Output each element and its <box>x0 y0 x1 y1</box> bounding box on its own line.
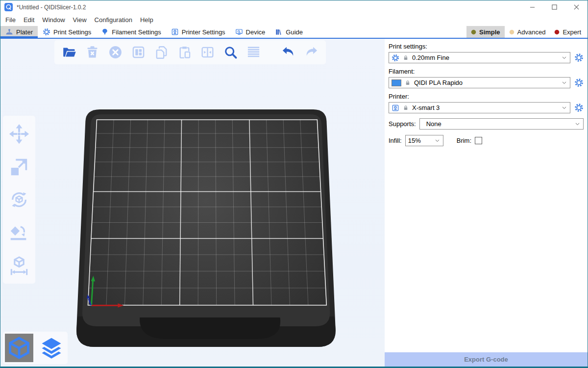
infill-combo[interactable]: 15% <box>405 135 443 146</box>
print-settings-label: Print settings: <box>389 43 584 50</box>
close-button[interactable] <box>565 0 588 14</box>
brim-checkbox[interactable] <box>475 137 482 144</box>
arrange-button[interactable] <box>130 44 147 61</box>
supports-label: Supports: <box>389 120 416 128</box>
variable-layer-height-button[interactable] <box>245 44 262 61</box>
chevron-down-icon <box>561 54 567 61</box>
app-logo-icon <box>4 3 13 11</box>
copy-button[interactable] <box>153 44 170 61</box>
printer-edit-button[interactable] <box>574 103 584 113</box>
tab-filament-settings[interactable]: Filament Settings <box>96 26 166 38</box>
tab-guide[interactable]: Guide <box>270 26 308 38</box>
tab-printer-settings[interactable]: Printer Settings <box>166 26 230 38</box>
sidebar: Print settings: 0.20mm Fine <box>385 39 588 367</box>
menu-window[interactable]: Window <box>38 14 69 26</box>
export-gcode-button[interactable]: Export G-code <box>385 352 588 367</box>
gear-icon <box>43 28 50 36</box>
menu-edit[interactable]: Edit <box>20 14 38 26</box>
minimize-icon <box>530 4 535 10</box>
lock-icon <box>402 105 409 111</box>
filament-color-swatch <box>392 79 401 87</box>
mode-advanced[interactable]: Advanced <box>505 26 550 38</box>
print-settings-value: 0.20mm Fine <box>412 54 558 61</box>
3d-viewport[interactable] <box>0 39 385 367</box>
close-icon <box>574 4 579 10</box>
gear-icon <box>392 54 399 62</box>
mode-expert[interactable]: Expert <box>550 26 586 38</box>
view-3d-editor-button[interactable] <box>5 334 33 362</box>
open-folder-icon <box>62 45 77 60</box>
tab-device[interactable]: Device <box>230 26 270 38</box>
split-button[interactable] <box>199 44 216 61</box>
filament-edit-button[interactable] <box>574 78 584 88</box>
simple-mode-dot-icon <box>471 29 476 35</box>
supports-combo[interactable]: None <box>419 118 584 130</box>
redo-button[interactable] <box>303 44 319 61</box>
gear-icon <box>574 103 584 112</box>
device-icon <box>235 28 243 36</box>
menu-configuration[interactable]: Configuration <box>91 14 136 26</box>
menu-file[interactable]: File <box>1 14 20 26</box>
print-bed <box>0 39 385 367</box>
filament-combo[interactable]: QIDI PLA Rapido <box>389 77 570 88</box>
left-toolbar <box>3 116 35 284</box>
place-on-face-button[interactable] <box>7 221 31 244</box>
gear-icon <box>574 78 584 87</box>
redo-arrow-icon <box>304 45 319 60</box>
delete-button[interactable] <box>84 44 100 61</box>
books-icon <box>275 28 283 36</box>
copy-icon <box>154 45 169 60</box>
scale-button[interactable] <box>7 155 31 179</box>
chevron-down-icon <box>561 79 567 86</box>
print-settings-combo[interactable]: 0.20mm Fine <box>389 52 570 63</box>
brim-label: Brim: <box>457 137 471 144</box>
measure-button[interactable] <box>7 254 31 277</box>
layers-icon <box>39 335 64 361</box>
expert-mode-dot-icon <box>554 29 560 35</box>
view-switch <box>3 332 68 364</box>
delete-all-button[interactable] <box>107 44 123 61</box>
filament-value: QIDI PLA Rapido <box>414 79 558 86</box>
arrange-grid-icon <box>131 45 146 60</box>
tab-label: Filament Settings <box>112 28 161 36</box>
mode-switcher: Simple Advanced Expert <box>466 26 588 38</box>
menu-help[interactable]: Help <box>136 14 157 26</box>
mode-label: Simple <box>479 28 500 36</box>
move-arrows-icon <box>8 123 30 145</box>
lock-icon <box>402 54 409 61</box>
view-preview-layers-button[interactable] <box>37 334 66 362</box>
gear-icon <box>574 53 584 62</box>
search-icon <box>223 45 238 60</box>
open-button[interactable] <box>61 44 77 61</box>
tab-print-settings[interactable]: Print Settings <box>38 26 96 38</box>
tab-plater[interactable]: Plater <box>0 26 38 38</box>
infill-value: 15% <box>408 137 431 144</box>
mode-label: Advanced <box>517 28 546 36</box>
window-title: *Untitled - QIDISlicer-1.0.2 <box>17 4 521 11</box>
printer-icon <box>392 104 399 112</box>
mode-simple[interactable]: Simple <box>466 26 505 38</box>
filament-label: Filament: <box>389 68 584 75</box>
maximize-button[interactable] <box>543 0 565 14</box>
undo-arrow-icon <box>281 45 296 60</box>
printer-icon <box>171 28 179 36</box>
chevron-down-icon <box>561 105 567 111</box>
chevron-down-icon <box>574 121 581 127</box>
printer-combo[interactable]: X-smart 3 <box>389 102 570 113</box>
cube-icon <box>6 335 32 361</box>
search-button[interactable] <box>222 44 239 61</box>
paste-button[interactable] <box>176 44 193 61</box>
rotate-button[interactable] <box>7 188 31 211</box>
minimize-button[interactable] <box>521 0 543 14</box>
tab-label: Plater <box>16 28 33 36</box>
tab-label: Device <box>246 28 266 36</box>
paste-clipboard-icon <box>177 45 192 60</box>
filament-icon <box>101 28 109 36</box>
print-settings-edit-button[interactable] <box>574 53 584 63</box>
menu-view[interactable]: View <box>69 14 91 26</box>
move-button[interactable] <box>7 122 31 146</box>
advanced-mode-dot-icon <box>509 29 514 35</box>
lock-icon <box>404 79 411 86</box>
undo-button[interactable] <box>280 44 296 61</box>
plater-icon <box>5 28 13 36</box>
